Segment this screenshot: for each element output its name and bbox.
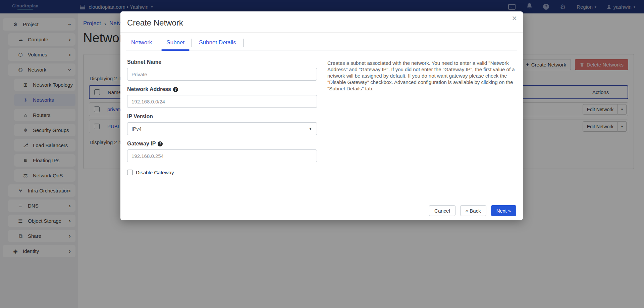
modal-header: Create Network (120, 11, 523, 33)
tab-separator (159, 39, 159, 47)
ip-version-label-text: IP Version (127, 114, 153, 120)
subnet-help-text: Creates a subnet associated with the net… (327, 60, 516, 92)
tab-network[interactable]: Network (126, 37, 157, 50)
gateway-ip-help-icon[interactable]: ? (158, 141, 163, 146)
modal-help-panel: Creates a subnet associated with the net… (327, 59, 516, 197)
cancel-button[interactable]: Cancel (429, 205, 455, 216)
close-icon[interactable]: × (512, 14, 517, 23)
modal-footer: Cancel « Back Next » (120, 201, 523, 220)
disable-gateway-checkbox[interactable] (127, 170, 133, 175)
back-button[interactable]: « Back (460, 205, 486, 216)
ip-version-label: IP Version (127, 114, 317, 120)
gateway-ip-label-text: Gateway IP (127, 141, 156, 147)
ip-version-field-group: IP Version IPv4 ▼ (127, 114, 317, 135)
modal-title: Create Network (127, 18, 516, 28)
modal-tabs: NetworkSubnetSubnet Details (126, 37, 517, 50)
modal-body: Subnet Name Network Address ? IP Version… (120, 50, 523, 201)
network-address-input[interactable] (127, 95, 317, 108)
network-address-label: Network Address ? (127, 86, 317, 92)
network-address-help-icon[interactable]: ? (173, 87, 178, 92)
tab-separator (243, 39, 244, 47)
create-network-modal: × Create Network NetworkSubnetSubnet Det… (120, 11, 523, 220)
disable-gateway-label: Disable Gateway (136, 170, 174, 175)
subnet-name-input[interactable] (127, 68, 317, 81)
tab-subnet-details[interactable]: Subnet Details (194, 37, 241, 50)
network-address-label-text: Network Address (127, 86, 171, 92)
subnet-name-label: Subnet Name (127, 59, 317, 65)
tab-subnet[interactable]: Subnet (161, 37, 190, 50)
ip-version-select[interactable]: IPv4 ▼ (127, 122, 317, 135)
gateway-ip-input[interactable] (127, 149, 317, 162)
subnet-name-label-text: Subnet Name (127, 59, 161, 65)
disable-gateway-field-group: Disable Gateway (127, 170, 317, 175)
subnet-form: Subnet Name Network Address ? IP Version… (127, 59, 317, 197)
ip-version-value: IPv4 (131, 126, 142, 132)
gateway-ip-field-group: Gateway IP ? (127, 141, 317, 162)
subnet-name-field-group: Subnet Name (127, 59, 317, 81)
next-button[interactable]: Next » (491, 205, 516, 216)
tab-separator (192, 39, 192, 47)
gateway-ip-label: Gateway IP ? (127, 141, 317, 147)
chevron-down-icon: ▼ (309, 127, 312, 131)
network-address-field-group: Network Address ? (127, 86, 317, 108)
